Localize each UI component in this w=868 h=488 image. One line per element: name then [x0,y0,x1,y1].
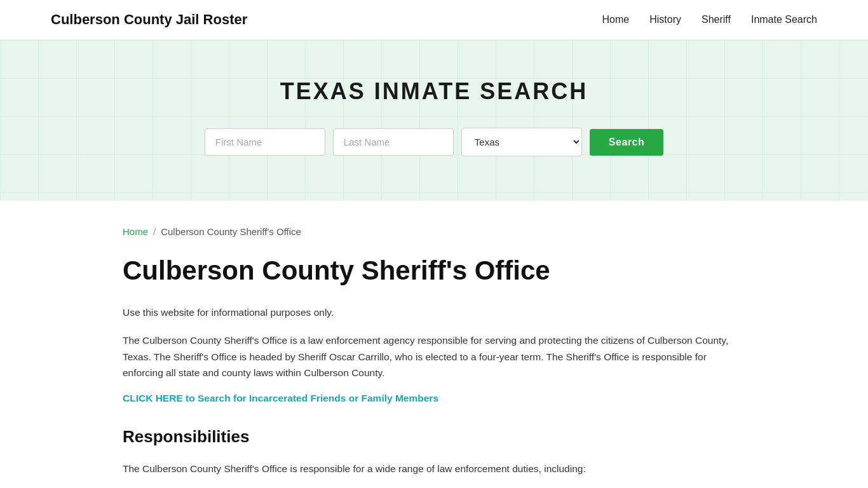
site-header: Culberson County Jail Roster Home Histor… [0,0,868,40]
responsibilities-intro: The Culberson County Sheriff's Office is… [123,461,745,477]
nav-item-inmate-search[interactable]: Inmate Search [751,14,817,25]
cta-search-link[interactable]: CLICK HERE to Search for Incarcerated Fr… [123,393,438,404]
first-name-input[interactable] [205,128,325,156]
breadcrumb: Home / Culberson County Sheriff's Office [123,226,745,237]
intro-paragraph-1: Use this website for informational purpo… [123,304,745,321]
nav-item-history[interactable]: History [649,14,681,25]
nav-item-home[interactable]: Home [602,14,630,25]
nav-link-sheriff[interactable]: Sheriff [702,14,731,25]
intro-paragraph-2: The Culberson County Sheriff's Office is… [123,332,745,381]
nav-link-inmate-search[interactable]: Inmate Search [751,14,817,25]
page-title: Culberson County Sheriff's Office [123,255,745,287]
hero-section: TEXAS INMATE SEARCH TexasAlabamaAlaskaAr… [0,40,868,201]
breadcrumb-separator: / [153,226,156,237]
hero-title: TEXAS INMATE SEARCH [13,78,855,105]
search-form: TexasAlabamaAlaskaArizonaArkansasCalifor… [13,128,855,156]
nav-link-home[interactable]: Home [602,14,630,25]
main-content: Home / Culberson County Sheriff's Office… [72,201,796,488]
site-logo[interactable]: Culberson County Jail Roster [51,11,247,28]
main-nav: Home History Sheriff Inmate Search [602,14,817,25]
nav-links: Home History Sheriff Inmate Search [602,14,817,25]
responsibilities-heading: Responsibilities [123,427,745,447]
breadcrumb-current: Culberson County Sheriff's Office [161,226,301,237]
nav-item-sheriff[interactable]: Sheriff [702,14,731,25]
last-name-input[interactable] [333,128,454,156]
search-button[interactable]: Search [590,129,663,156]
breadcrumb-home-link[interactable]: Home [123,226,148,237]
state-select[interactable]: TexasAlabamaAlaskaArizonaArkansasCalifor… [461,128,582,156]
nav-link-history[interactable]: History [649,14,681,25]
